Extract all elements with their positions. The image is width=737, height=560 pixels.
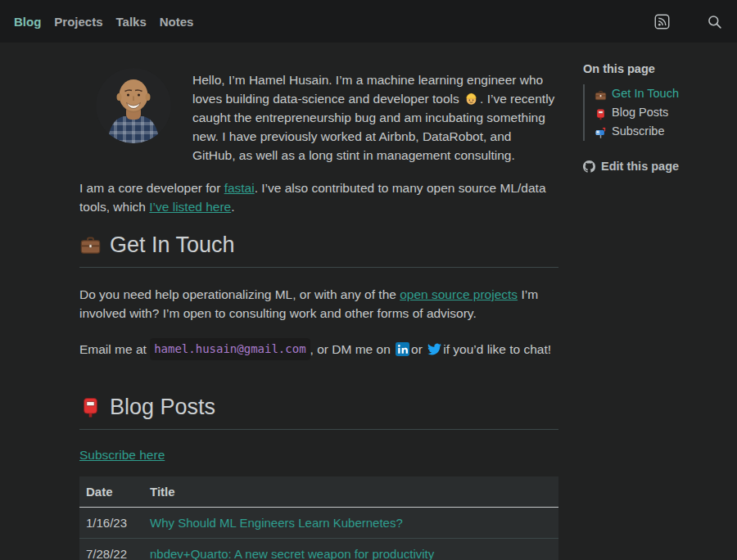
consult-text-1: Do you need help operationalizing ML, or… [79,287,400,301]
post-title-link[interactable]: nbdev+Quarto: A new secret weapon for pr… [150,547,434,560]
toc-item-subscribe[interactable]: Subscribe [595,122,735,141]
briefcase-icon [595,88,607,100]
consulting-paragraph: Do you need help operationalizing ML, or… [79,285,558,323]
open-source-projects-link[interactable]: open source projects [400,287,518,301]
edit-this-page-row[interactable]: Edit this page [583,160,735,173]
postbox-icon [79,396,102,418]
get-in-touch-title: Get In Touch [110,233,235,258]
github-icon [583,160,595,173]
rss-icon[interactable] [654,14,670,29]
post-date: 7/28/22 [79,539,143,560]
nav-item-notes[interactable]: Notes [160,15,194,29]
on-this-page-sidebar: On this page Get In Touch Blog Posts Sub… [583,43,735,173]
table-row: 1/16/23 Why Should ML Engineers Learn Ku… [79,508,558,539]
subscribe-here-link[interactable]: Subscribe here [79,448,165,462]
email-text-4: if you’d like to chat! [443,340,551,359]
blog-posts-table: Date Title 1/16/23 Why Should ML Enginee… [79,476,558,560]
section-blog-posts: Blog Posts Subscribe here Date Title 1/1… [79,395,558,560]
toc-item-blog-posts[interactable]: Blog Posts [595,103,735,122]
date-column-header: Date [79,476,143,508]
fastai-link[interactable]: fastai [224,181,255,195]
construction-worker-icon [464,92,478,106]
post-title-link[interactable]: Why Should ML Engineers Learn Kubernetes… [150,516,403,530]
table-row: 7/28/22 nbdev+Quarto: A new secret weapo… [79,539,558,560]
briefcase-icon [79,234,102,256]
email-address[interactable]: hamel.husain@gmail.com [150,338,310,360]
p2-text-1: I am a core developer for [79,181,224,195]
postbox-icon [595,106,607,119]
second-paragraph: I am a core developer for fastai. I’ve a… [79,178,558,216]
nav-item-projects[interactable]: Projects [54,15,102,29]
intro-row: Hello, I’m Hamel Husain. I’m a machine l… [79,68,558,165]
toc-link-blog-posts[interactable]: Blog Posts [612,103,668,122]
toc-title: On this page [583,62,735,75]
get-in-touch-heading: Get In Touch [79,233,558,268]
toc-link-get-in-touch[interactable]: Get In Touch [612,84,679,103]
email-paragraph: Email me at hamel.husain@gmail.com, or D… [79,338,558,360]
edit-this-page-link[interactable]: Edit this page [601,160,679,173]
blog-posts-heading: Blog Posts [79,395,558,430]
mailbox-icon [595,125,607,138]
portrait-photo [96,68,171,143]
section-get-in-touch: Get In Touch Do you need help operationa… [79,233,558,360]
listed-here-link[interactable]: I’ve listed here [149,200,231,214]
avatar [96,68,171,143]
post-date: 1/16/23 [79,508,143,539]
p2-text-3: . [231,200,234,214]
blog-posts-title: Blog Posts [110,395,215,420]
page: Blog Projects Talks Notes [0,0,737,560]
intro-paragraph: Hello, I’m Hamel Husain. I’m a machine l… [192,70,556,165]
nav-item-blog[interactable]: Blog [14,15,41,29]
top-navbar: Blog Projects Talks Notes [0,0,737,43]
title-column-header: Title [143,476,558,508]
subscribe-paragraph: Subscribe here [79,445,558,464]
main-content: Hello, I’m Hamel Husain. I’m a machine l… [79,43,558,560]
table-header-row: Date Title [79,476,558,508]
email-text-2: , or DM me on [310,340,391,359]
linkedin-icon[interactable] [396,342,409,356]
search-icon[interactable] [707,14,722,29]
toc-list: Get In Touch Blog Posts Subscribe [583,84,735,141]
nav-item-talks[interactable]: Talks [116,15,147,29]
email-text-3: or [411,340,423,359]
email-text-1: Email me at [79,340,147,359]
toc-link-subscribe[interactable]: Subscribe [612,122,664,141]
twitter-icon[interactable] [427,342,441,356]
toc-item-get-in-touch[interactable]: Get In Touch [595,84,735,103]
